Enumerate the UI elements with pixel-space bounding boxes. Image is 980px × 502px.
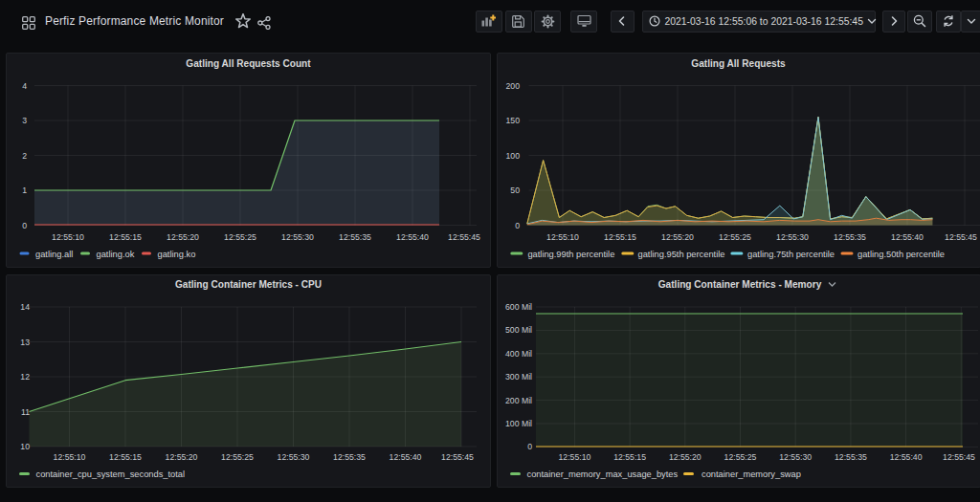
svg-text:12:55:15: 12:55:15 — [109, 232, 142, 242]
svg-text:Gatling Container Metrics - CP: Gatling Container Metrics - CPU — [175, 279, 322, 290]
svg-text:12:55:15: 12:55:15 — [604, 232, 636, 242]
svg-text:1: 1 — [22, 186, 27, 195]
svg-text:12:55:30: 12:55:30 — [281, 232, 314, 242]
svg-text:12:55:25: 12:55:25 — [724, 452, 757, 462]
svg-text:13: 13 — [20, 338, 30, 347]
svg-text:300 Mil: 300 Mil — [505, 372, 532, 382]
svg-text:400 Mil: 400 Mil — [505, 349, 532, 359]
svg-text:500 Mil: 500 Mil — [505, 325, 532, 335]
svg-text:container_memory_swap: container_memory_swap — [702, 469, 801, 479]
svg-text:200 Mil: 200 Mil — [505, 396, 532, 405]
svg-text:gatling.75th percentile: gatling.75th percentile — [747, 250, 835, 259]
svg-text:12:55:35: 12:55:35 — [834, 232, 866, 242]
svg-text:0: 0 — [515, 221, 520, 230]
svg-text:12: 12 — [20, 372, 30, 382]
svg-text:Gatling Container Metrics - Me: Gatling Container Metrics - Memory — [658, 279, 822, 290]
svg-text:gatling.99th percentile: gatling.99th percentile — [527, 250, 614, 259]
svg-text:Gatling All Requests Count: Gatling All Requests Count — [186, 58, 311, 69]
svg-text:0: 0 — [527, 442, 532, 451]
svg-text:12:55:45: 12:55:45 — [943, 452, 975, 462]
svg-text:150: 150 — [506, 116, 521, 125]
svg-text:12:55:20: 12:55:20 — [669, 452, 702, 462]
svg-text:4: 4 — [22, 81, 27, 91]
svg-text:12:55:30: 12:55:30 — [776, 232, 809, 242]
svg-text:12:55:25: 12:55:25 — [224, 232, 256, 242]
svg-text:12:55:40: 12:55:40 — [396, 232, 429, 242]
svg-text:12:55:40: 12:55:40 — [890, 452, 923, 462]
svg-text:container_cpu_system_seconds_t: container_cpu_system_seconds_total — [36, 469, 186, 479]
svg-text:12:55:40: 12:55:40 — [390, 452, 422, 462]
svg-text:12:55:30: 12:55:30 — [779, 452, 812, 462]
svg-text:100: 100 — [506, 151, 521, 161]
svg-text:3: 3 — [22, 116, 27, 125]
svg-text:gatling.ko: gatling.ko — [158, 250, 196, 259]
svg-text:gatling.all: gatling.all — [35, 250, 73, 259]
svg-text:11: 11 — [21, 407, 30, 417]
svg-text:gatling.95th percentile: gatling.95th percentile — [638, 250, 725, 259]
svg-text:12:55:25: 12:55:25 — [719, 232, 751, 242]
svg-text:200: 200 — [506, 81, 521, 91]
svg-text:container_memory_max_usage_byt: container_memory_max_usage_bytes — [527, 469, 679, 479]
svg-text:12:55:20: 12:55:20 — [661, 232, 694, 242]
svg-text:12:55:15: 12:55:15 — [613, 452, 646, 462]
svg-text:12:55:35: 12:55:35 — [333, 452, 366, 462]
svg-text:0: 0 — [22, 221, 27, 230]
svg-text:600 Mil: 600 Mil — [505, 302, 532, 312]
svg-text:12:55:25: 12:55:25 — [221, 452, 254, 462]
svg-text:14: 14 — [20, 302, 30, 312]
svg-text:12:55:35: 12:55:35 — [835, 452, 867, 462]
svg-text:12:55:10: 12:55:10 — [54, 452, 86, 462]
svg-text:50: 50 — [510, 186, 520, 195]
svg-text:12:55:15: 12:55:15 — [109, 452, 142, 462]
svg-text:2: 2 — [22, 151, 27, 161]
svg-text:100 Mil: 100 Mil — [505, 419, 532, 428]
svg-text:12:55:40: 12:55:40 — [891, 232, 924, 242]
svg-text:12:55:35: 12:55:35 — [339, 232, 371, 242]
svg-text:Gatling All Requests: Gatling All Requests — [691, 58, 786, 69]
svg-text:gatling.50th percentile: gatling.50th percentile — [858, 250, 945, 259]
svg-text:12:55:45: 12:55:45 — [441, 452, 474, 462]
svg-text:10: 10 — [20, 442, 30, 451]
svg-text:12:55:10: 12:55:10 — [546, 232, 579, 242]
svg-text:12:55:10: 12:55:10 — [558, 452, 590, 462]
svg-text:12:55:45: 12:55:45 — [945, 232, 977, 242]
svg-text:12:55:30: 12:55:30 — [278, 452, 310, 462]
svg-text:12:55:20: 12:55:20 — [166, 452, 198, 462]
svg-text:gatling.ok: gatling.ok — [97, 250, 135, 259]
svg-text:12:55:10: 12:55:10 — [52, 232, 84, 242]
svg-text:12:55:45: 12:55:45 — [448, 232, 480, 242]
svg-text:12:55:20: 12:55:20 — [167, 232, 199, 242]
